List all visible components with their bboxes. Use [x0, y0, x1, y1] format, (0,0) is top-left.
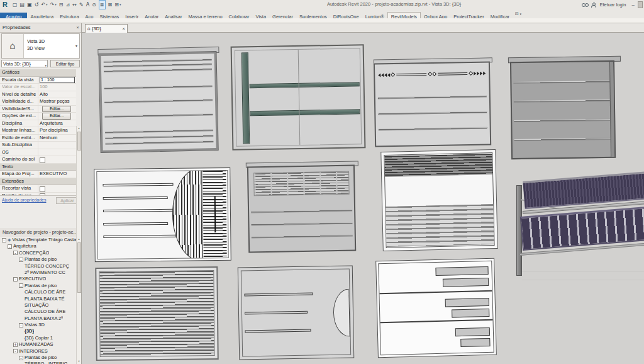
property-row-visibilidade-d[interactable]: Visibilidade d...Mostrar peças: [0, 98, 76, 106]
help-icon[interactable]: [638, 1, 643, 8]
scrollbar-thumb[interactable]: [77, 242, 81, 293]
collapse-icon[interactable]: -: [2, 238, 6, 242]
scroll-up-icon[interactable]: ▲: [77, 237, 81, 242]
collapse-icon[interactable]: -: [13, 251, 18, 255]
expand-icon[interactable]: +: [13, 343, 18, 347]
browser-item-humanizadas[interactable]: +HUMANIZADAS: [0, 341, 76, 348]
type-selector[interactable]: ⌂ Vista 3D 3D View ▾: [1, 33, 80, 59]
property-value-cell[interactable]: [38, 149, 76, 156]
property-row-etapa-do-proj[interactable]: Etapa do Proj...EXECUTIVO: [0, 171, 76, 178]
browser-item-3d[interactable]: {3D}: [0, 328, 76, 334]
properties-section-gr-ficos[interactable]: Gráficos: [0, 69, 76, 77]
undo-icon[interactable]: ↶: [41, 1, 45, 9]
browser-item-executivo[interactable]: -EXECUTIVO: [0, 276, 76, 282]
modify-panel-icon[interactable]: ⊡: [515, 11, 519, 16]
account-icon[interactable]: [591, 3, 596, 8]
login-button[interactable]: Efetuar login: [599, 2, 626, 8]
property-row-escala-da-vista[interactable]: Escala da vista1 : 100: [0, 77, 76, 84]
model-door-full-shutter[interactable]: [95, 266, 219, 361]
minimize-button[interactable]: –: [632, 2, 635, 8]
modify-panel-dropdown-icon[interactable]: ▾: [519, 12, 521, 16]
browser-item-arquitetura[interactable]: -Arquitetura: [0, 243, 76, 249]
browser-item-t-rreo-concep[interactable]: TÉRREO CONCEPÇ: [0, 263, 76, 270]
type-dropdown-icon[interactable]: ▾: [75, 43, 77, 48]
property-value-cell[interactable]: [38, 185, 76, 192]
browser-item-vistas-template-thiago-castar[interactable]: -◈Vistas (Template Thiago Castar: [0, 237, 76, 243]
save-icon[interactable]: ▣: [27, 1, 32, 9]
property-value-cell[interactable]: EXECUTIVO: [38, 171, 76, 178]
browser-item-planta-baixa-t[interactable]: PLANTA BAIXA TÉ: [0, 296, 76, 302]
property-value-cell[interactable]: Mostrar peças: [38, 98, 76, 105]
model-door-teal-accents[interactable]: [231, 44, 366, 151]
collapse-icon[interactable]: -: [8, 244, 12, 249]
measure-icon[interactable]: ⊿: [66, 1, 70, 9]
browser-item-plantas-de-piso[interactable]: -Plantas de piso: [0, 256, 76, 263]
property-value-cell[interactable]: Alto: [38, 91, 76, 98]
properties-section-extens-es[interactable]: Extensões: [0, 178, 76, 186]
undo-dropdown-icon[interactable]: ▾: [46, 1, 48, 9]
collapse-icon[interactable]: -: [13, 349, 18, 353]
apply-button[interactable]: Aplicar: [56, 197, 79, 204]
browser-item-3d-copiar-1[interactable]: {3D} Copiar 1: [0, 335, 76, 341]
print-icon[interactable]: ⊟: [59, 1, 64, 9]
browser-item-plantas-de-piso[interactable]: -Plantas de piso: [0, 355, 76, 361]
scroll-up-icon[interactable]: ▲: [77, 126, 81, 131]
property-row-estilo-de-exibi[interactable]: Estilo de exibi...Nenhum: [0, 135, 76, 142]
checkbox[interactable]: [40, 186, 45, 192]
browser-item-planta-baixa-2[interactable]: PLANTA BAIXA 2º: [0, 316, 76, 322]
scroll-down-icon[interactable]: ▼: [77, 359, 81, 364]
model-door-dark-panels[interactable]: [510, 56, 616, 159]
revit-logo-icon[interactable]: R: [3, 1, 8, 9]
property-value-cell[interactable]: 1 : 100: [38, 77, 76, 84]
pencil-icon[interactable]: ✎: [79, 1, 84, 9]
collapse-icon[interactable]: -: [19, 323, 23, 327]
browser-item-c-lculo-de-re[interactable]: CÁLCULO DE ÁRE: [0, 289, 76, 295]
property-value-cell[interactable]: Nenhum: [38, 135, 76, 142]
browser-item-t-rreo-interio[interactable]: TÉRREO - INTERIO: [0, 361, 76, 364]
property-row-sub-disciplina[interactable]: Sub-Disciplina: [0, 142, 76, 149]
model-door-half-circle[interactable]: [238, 265, 355, 360]
properties-section-texto[interactable]: Texto: [0, 164, 76, 171]
model-door-curved-grille[interactable]: [94, 168, 231, 262]
text-icon[interactable]: A: [86, 1, 89, 9]
edit-type-button[interactable]: Editar tipo: [50, 60, 80, 67]
property-row-n-vel-de-detalhe[interactable]: Nível de detalheAlto: [0, 91, 76, 99]
model-tilting-gate-purple[interactable]: [514, 175, 644, 281]
property-value-cell[interactable]: [38, 142, 76, 149]
browser-item-concep-o[interactable]: -CONCEPÇÃO: [0, 250, 76, 256]
sync-icon[interactable]: ↺: [35, 1, 39, 9]
drawing-area[interactable]: [82, 33, 644, 364]
property-row-caminho-do-sol[interactable]: Caminho do sol: [0, 156, 76, 164]
property-row-visibilidade-s[interactable]: Visibilidade/S...Editar...: [0, 106, 76, 113]
dimension-icon[interactable]: ↔: [72, 1, 77, 9]
thin-lines-icon[interactable]: ≣: [99, 0, 106, 9]
properties-scrollbar[interactable]: ▲ ▼: [76, 126, 81, 252]
project-browser-header[interactable]: Navegador de projeto - projeto-ac... ×: [0, 228, 81, 237]
property-value-cell[interactable]: Arquitetura: [38, 120, 76, 127]
browser-item-vistas-3d[interactable]: -Vistas 3D: [0, 322, 76, 328]
folder-open-icon[interactable]: ▤: [20, 1, 25, 9]
model-door-striped-bands[interactable]: [380, 149, 498, 251]
edit-button[interactable]: Editar...: [42, 106, 71, 113]
redo-dropdown-icon[interactable]: ▾: [55, 1, 57, 9]
properties-help-link[interactable]: Ajuda de propriedades: [2, 198, 46, 202]
browser-scrollbar[interactable]: ▲ ▼: [76, 237, 81, 364]
model-door-ornamental-top[interactable]: [374, 57, 491, 147]
model-door-louver-top[interactable]: [247, 161, 356, 253]
properties-header[interactable]: Propriedades ×: [0, 23, 81, 33]
browser-item-plantas-de-piso[interactable]: -Plantas de piso: [0, 283, 76, 289]
property-value-cell[interactable]: Editar...: [38, 113, 76, 120]
collapse-icon[interactable]: -: [19, 258, 23, 262]
property-row-op-es-de-exi[interactable]: Opções de exi...Editar...: [0, 113, 76, 120]
property-row-recortar-vista[interactable]: Recortar vista: [0, 185, 76, 193]
search-icon[interactable]: [582, 3, 588, 7]
property-value-cell[interactable]: Editar...: [38, 106, 76, 113]
property-row-mostrar-linhas[interactable]: Mostrar linhas...Por disciplina: [0, 127, 76, 135]
view-tab-close-icon[interactable]: ×: [122, 25, 125, 33]
checkbox[interactable]: [40, 157, 45, 163]
collapse-icon[interactable]: -: [19, 356, 23, 360]
modify-panel-group[interactable]: ⊡ ▾: [515, 9, 521, 18]
property-row-valor-de-escal[interactable]: Valor de escal...100: [0, 84, 76, 91]
value-input[interactable]: 1 : 100: [40, 77, 75, 83]
browser-item-interiores[interactable]: -INTERIORES: [0, 348, 76, 355]
